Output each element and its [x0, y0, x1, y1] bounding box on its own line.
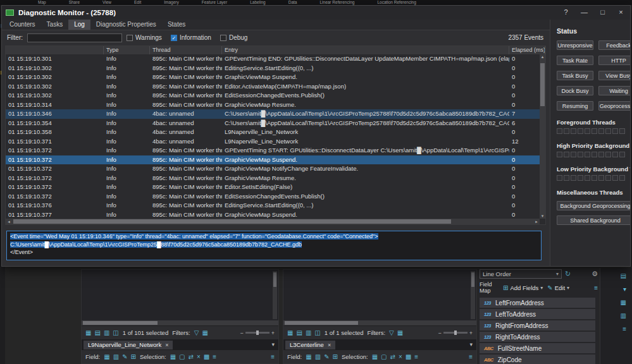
- zoom-in-icon[interactable]: +: [271, 330, 275, 336]
- table-hscrollbar[interactable]: [82, 320, 278, 325]
- field-row[interactable]: 123RightFromAddress: [480, 320, 595, 331]
- log-row[interactable]: 01 15:19:10.302Info895c: Main CIM worker…: [6, 91, 540, 100]
- close-tab-icon[interactable]: ×: [165, 342, 168, 348]
- log-row[interactable]: 01 15:19:10.371Info4bac: unnamedL9Naperv…: [6, 137, 540, 147]
- toolbar-icon[interactable]: ▩: [406, 354, 411, 360]
- ribbon-label[interactable]: Edit: [134, 0, 141, 5]
- log-row[interactable]: 01 15:19:10.314Info895c: Main CIM worker…: [6, 100, 540, 110]
- field-row[interactable]: ABCFullStreetName: [480, 343, 595, 353]
- toolbar-icon[interactable]: ▤: [621, 273, 626, 279]
- toolbar-icon[interactable]: ▥: [113, 354, 119, 360]
- column-header[interactable]: Entry: [222, 46, 509, 54]
- dialog-tab-states[interactable]: States: [162, 20, 191, 30]
- toolbar-icon[interactable]: ≡: [414, 354, 418, 360]
- log-row[interactable]: 01 15:19:10.302Info895c: Main CIM worker…: [6, 82, 540, 92]
- column-header[interactable]: Thread: [150, 46, 222, 54]
- checkbox-information[interactable]: ✓Information: [171, 34, 211, 41]
- status-button-geoprocessing[interactable]: Geoprocessing: [598, 101, 630, 111]
- toolbar-icon[interactable]: ▦: [202, 330, 208, 336]
- maximize-button[interactable]: □: [593, 6, 612, 20]
- toolbar-icon[interactable]: ◫: [113, 330, 118, 336]
- log-row[interactable]: 01 15:19:10.372Info895c: Main CIM worker…: [6, 155, 540, 165]
- status-button-view-busy[interactable]: View Busy: [598, 71, 630, 80]
- checkbox-warnings[interactable]: Warnings: [127, 34, 162, 41]
- zoom-in-icon[interactable]: +: [469, 330, 473, 336]
- ribbon-label[interactable]: Linear Referencing: [319, 0, 354, 5]
- toolbar-icon[interactable]: ◫: [314, 330, 320, 336]
- dialog-tab-log[interactable]: Log: [68, 20, 90, 30]
- table-body-right[interactable]: [283, 270, 476, 320]
- log-row[interactable]: 01 15:19:10.301Info895c: Main CIM worker…: [6, 54, 540, 64]
- scroll-left-icon[interactable]: ◂: [6, 219, 12, 224]
- log-row[interactable]: 01 15:19:10.346Info4bac: unnamedC:\Users…: [6, 109, 540, 119]
- table-vscrollbar[interactable]: [273, 271, 277, 319]
- menu-icon[interactable]: ≡: [469, 353, 473, 360]
- zoom-slider[interactable]: [245, 332, 270, 334]
- toolbar-icon[interactable]: ⇄: [189, 354, 194, 360]
- toolbar-icon[interactable]: ▦: [85, 330, 91, 336]
- column-header[interactable]: Type: [104, 46, 150, 54]
- toolbar-icon[interactable]: ✎: [122, 354, 127, 360]
- sync-icon[interactable]: ↻: [565, 270, 571, 278]
- log-row[interactable]: 01 15:19:10.354Info4bac: unnamedC:\Users…: [6, 119, 540, 128]
- close-button[interactable]: ×: [612, 6, 630, 20]
- ribbon-label[interactable]: Imagery: [164, 0, 178, 5]
- dialog-tab-counters[interactable]: Counters: [4, 20, 41, 30]
- column-header[interactable]: [6, 46, 104, 54]
- field-row[interactable]: 123LeftToAddress: [480, 309, 595, 319]
- ribbon-label[interactable]: Map: [38, 0, 46, 5]
- gear-icon[interactable]: ⚙: [592, 270, 598, 278]
- menu-icon[interactable]: ≡: [271, 353, 275, 360]
- detail-box[interactable]: <Event time="Wed May 01 15:19:10.346" ty…: [6, 231, 542, 260]
- status-button-task-busy[interactable]: Task Busy: [557, 71, 593, 80]
- dialog-tab-diagnostic-properties[interactable]: Diagnostic Properties: [90, 20, 162, 30]
- zoom-control[interactable]: − +: [438, 330, 473, 336]
- line-order-dropdown[interactable]: Line Order ▾: [480, 269, 562, 279]
- checkbox-debug[interactable]: Debug: [220, 34, 247, 41]
- log-row[interactable]: 01 15:19:10.302Info895c: Main CIM worker…: [6, 64, 540, 73]
- toolbar-icon[interactable]: ▽: [389, 330, 394, 336]
- scroll-up-icon[interactable]: ▴: [540, 54, 545, 59]
- toolbar-icon[interactable]: ✎: [324, 354, 329, 360]
- status-button-feedback[interactable]: Feedback: [598, 40, 630, 50]
- ribbon-label[interactable]: View: [102, 0, 111, 5]
- status-button-task-rate[interactable]: Task Rate: [557, 56, 593, 65]
- tab-list-caret-icon[interactable]: ▾: [271, 341, 275, 348]
- ribbon-label[interactable]: Location Referencing: [377, 0, 416, 5]
- close-tab-icon[interactable]: ×: [328, 342, 331, 348]
- log-row[interactable]: 01 15:19:10.358Info4bac: unnamedL9Naperv…: [6, 128, 540, 137]
- ribbon-label[interactable]: Feature Layer: [202, 0, 227, 5]
- zoom-slider[interactable]: [443, 332, 468, 334]
- ribbon-label[interactable]: Data: [288, 0, 297, 5]
- toolbar-icon[interactable]: ▦: [397, 330, 403, 336]
- toolbar-icon[interactable]: ×: [197, 354, 201, 360]
- ribbon-label[interactable]: Share: [69, 0, 80, 5]
- toolbar-icon[interactable]: ▩: [204, 354, 209, 360]
- status-button-shared-background[interactable]: Shared Background: [557, 215, 630, 225]
- toolbar-icon[interactable]: ▢: [381, 354, 387, 360]
- field-row[interactable]: 123LeftFromAddress: [480, 298, 595, 308]
- log-row[interactable]: 01 15:19:10.302Info895c: Main CIM worker…: [6, 73, 540, 82]
- toolbar-icon[interactable]: ▦: [170, 354, 176, 360]
- toolbar-icon[interactable]: ▦: [621, 300, 626, 306]
- status-button-background-geoprocessing[interactable]: Background Geoprocessing: [557, 201, 630, 210]
- toolbar-icon[interactable]: ≡: [623, 326, 626, 332]
- status-button-unresponsive[interactable]: Unresponsive: [557, 40, 593, 50]
- edit-button[interactable]: ✎ Edit ▾: [547, 284, 569, 291]
- toolbar-icon[interactable]: ▥: [104, 330, 109, 336]
- zoom-control[interactable]: − +: [240, 330, 275, 336]
- toolbar-icon[interactable]: ▥: [306, 330, 311, 336]
- status-button-dock-busy[interactable]: Dock Busy: [557, 86, 593, 95]
- log-vscrollbar[interactable]: ▴ ▾: [540, 54, 545, 219]
- table-tab-l9naperville[interactable]: L9Naperville_Line_Network ×: [84, 341, 173, 349]
- toolbar-icon[interactable]: ▤: [296, 330, 302, 336]
- toolbar-icon[interactable]: ≡: [213, 354, 216, 360]
- table-body-left[interactable]: [82, 270, 278, 320]
- toolbar-icon[interactable]: ▦: [306, 354, 311, 360]
- zoom-out-icon[interactable]: −: [438, 330, 441, 336]
- dialog-titlebar[interactable]: Diagnostic Monitor - (25788) ? — □ ×: [2, 6, 630, 20]
- toolbar-icon[interactable]: ▥: [315, 354, 321, 360]
- column-header[interactable]: Elapsed (ms): [509, 46, 545, 54]
- toolbar-icon[interactable]: ▾: [623, 286, 626, 293]
- toolbar-icon[interactable]: ▦: [287, 330, 293, 336]
